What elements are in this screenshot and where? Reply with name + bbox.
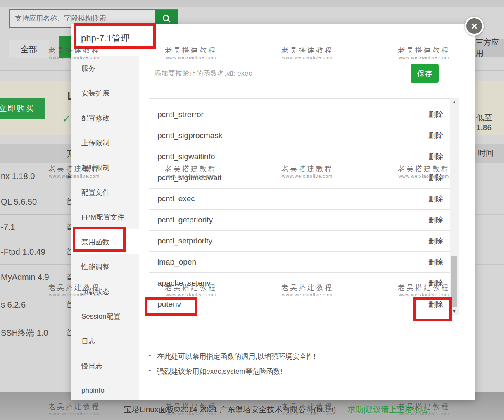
software-row: -Ftpd 1.0.49首 bbox=[0, 239, 71, 265]
software-table-right bbox=[475, 163, 504, 345]
sidebar-item-配置文件[interactable]: 配置文件 bbox=[71, 180, 139, 205]
scrollbar-thumb[interactable] bbox=[451, 256, 457, 307]
software-name-fragment: -7.1 bbox=[1, 222, 15, 231]
function-name: pcntl_sigprocmask bbox=[157, 131, 222, 140]
sidebar-item-Session配置[interactable]: Session配置 bbox=[71, 304, 139, 329]
sidebar-item-上传限制[interactable]: 上传限制 bbox=[71, 130, 139, 155]
function-row: pcntl_setpriority删除 bbox=[149, 231, 450, 252]
function-name: putenv bbox=[157, 300, 181, 309]
function-name: pcntl_exec bbox=[157, 194, 195, 203]
price-fragment: 低至1.86 bbox=[476, 112, 504, 132]
software-name-fragment: SSH终端 1.0 bbox=[1, 327, 48, 338]
function-row: pcntl_sigprocmask删除 bbox=[149, 125, 450, 146]
software-row-right bbox=[475, 215, 504, 239]
software-row: -7.1首 bbox=[0, 215, 71, 239]
function-row: pcntl_getpriority删除 bbox=[149, 210, 450, 231]
software-row: SSH终端 1.0首 bbox=[0, 320, 71, 345]
software-name-fragment: nx 1.18.0 bbox=[1, 171, 35, 181]
software-table: nx 1.18.0首QL 5.6.50首-7.1首-Ftpd 1.0.49首My… bbox=[0, 163, 71, 345]
help-notes: •在此处可以禁用指定函数的调用,以增强环境安全性!•强烈建议禁用如exec,sy… bbox=[149, 352, 316, 382]
delete-link[interactable]: 删除 bbox=[428, 215, 443, 225]
sidebar-item-日志[interactable]: 日志 bbox=[71, 329, 139, 353]
delete-link[interactable]: 删除 bbox=[428, 131, 443, 141]
close-button[interactable]: × bbox=[465, 17, 484, 36]
check-icon: ✓ bbox=[62, 112, 71, 125]
function-row: imap_open删除 bbox=[149, 252, 450, 273]
software-name-fragment: s 6.2.6 bbox=[1, 300, 26, 310]
footer-forum-link[interactable]: 求助|建议请上宝塔论坛 bbox=[347, 405, 428, 414]
function-row: pcntl_exec删除 bbox=[149, 189, 450, 210]
function-name: imap_open bbox=[157, 258, 196, 267]
function-row: pcntl_strerror删除 bbox=[149, 104, 450, 125]
scroll-down-icon[interactable]: ▼ bbox=[450, 309, 459, 314]
sidebar-item-超时限制[interactable]: 超时限制 bbox=[71, 155, 139, 180]
function-row: putenv删除 bbox=[149, 294, 450, 315]
promo-banner-left: 立即购买 L ✓ bbox=[0, 81, 71, 135]
delete-link[interactable]: 删除 bbox=[428, 236, 443, 246]
disabled-functions-panel: 保存 pcntl_strerror删除pcntl_sigprocmask删除pc… bbox=[139, 56, 475, 400]
sidebar-item-负载状态[interactable]: 负载状态 bbox=[71, 279, 139, 304]
software-name-fragment: QL 5.6.50 bbox=[1, 197, 37, 207]
delete-link[interactable]: 删除 bbox=[428, 173, 443, 183]
function-row: pcntl_sigtimedwait删除 bbox=[149, 167, 450, 189]
bullet-icon: • bbox=[149, 352, 151, 359]
sidebar-item-禁用函数[interactable]: 禁用函数 bbox=[71, 229, 139, 254]
software-row: nx 1.18.0首 bbox=[0, 163, 71, 189]
note-text: 强烈建议禁用如exec,system等危险函数! bbox=[157, 367, 282, 376]
sidebar-item-慢日志[interactable]: 慢日志 bbox=[71, 353, 139, 378]
page-top-strip bbox=[0, 0, 504, 7]
note-line: •强烈建议禁用如exec,system等危险函数! bbox=[149, 367, 316, 376]
software-row-right bbox=[475, 289, 504, 320]
software-row-right bbox=[475, 239, 504, 265]
function-name: pcntl_getpriority bbox=[157, 215, 213, 224]
function-name: pcntl_strerror bbox=[157, 110, 204, 119]
sidebar-item-配置修改[interactable]: 配置修改 bbox=[71, 105, 139, 130]
software-row-right bbox=[475, 163, 504, 189]
software-name-fragment: -Ftpd 1.0.49 bbox=[1, 247, 45, 257]
dialog-title: php-7.1管理 bbox=[81, 32, 130, 45]
delete-link[interactable]: 删除 bbox=[428, 110, 443, 119]
software-row-right bbox=[475, 265, 504, 289]
dialog-sidebar: 服务安装扩展配置修改上传限制超时限制配置文件FPM配置文件禁用函数性能调整负载状… bbox=[71, 56, 139, 400]
function-name: pcntl_sigtimedwait bbox=[157, 173, 221, 182]
bullet-icon: • bbox=[149, 367, 151, 374]
add-function-input[interactable] bbox=[149, 64, 404, 83]
list-scrollbar[interactable]: ▲ ▼ bbox=[450, 98, 459, 315]
table-header-right: 时间 bbox=[475, 144, 504, 163]
search-icon bbox=[162, 14, 171, 24]
table-header-left: 无 bbox=[0, 144, 71, 163]
tab-third-party-fragment[interactable]: 三方应用 bbox=[475, 39, 504, 57]
function-row: pcntl_sigwaitinfo删除 bbox=[149, 146, 450, 167]
software-row: MyAdmin 4.9首 bbox=[0, 265, 71, 289]
software-row-right bbox=[475, 189, 504, 215]
delete-link[interactable]: 删除 bbox=[428, 278, 443, 288]
function-row: apache_setenv删除 bbox=[149, 273, 450, 294]
note-text: 在此处可以禁用指定函数的调用,以增强环境安全性! bbox=[157, 352, 315, 361]
sidebar-item-性能调整[interactable]: 性能调整 bbox=[71, 254, 139, 279]
delete-link[interactable]: 删除 bbox=[428, 299, 443, 309]
buy-now-button[interactable]: 立即购买 bbox=[0, 98, 45, 119]
php-manager-dialog: php-7.1管理 服务安装扩展配置修改上传限制超时限制配置文件FPM配置文件禁… bbox=[71, 24, 475, 400]
software-row-right bbox=[475, 320, 504, 345]
tab-all[interactable]: 全部 bbox=[9, 40, 49, 58]
delete-link[interactable]: 删除 bbox=[428, 257, 443, 267]
sidebar-item-安装扩展[interactable]: 安装扩展 bbox=[71, 81, 139, 105]
software-row: s 6.2.6首 bbox=[0, 289, 71, 320]
promo-banner-right: 低至1.86 bbox=[475, 81, 504, 135]
disabled-function-list: pcntl_strerror删除pcntl_sigprocmask删除pcntl… bbox=[149, 98, 450, 315]
sidebar-item-FPM配置文件[interactable]: FPM配置文件 bbox=[71, 205, 139, 229]
note-line: •在此处可以禁用指定函数的调用,以增强环境安全性! bbox=[149, 352, 316, 361]
scroll-up-icon[interactable]: ▲ bbox=[450, 99, 459, 104]
function-name: pcntl_setpriority bbox=[157, 236, 212, 246]
delete-link[interactable]: 删除 bbox=[428, 152, 443, 162]
sidebar-item-phpinfo[interactable]: phpinfo bbox=[71, 378, 139, 400]
delete-link[interactable]: 删除 bbox=[428, 194, 443, 204]
sidebar-item-服务[interactable]: 服务 bbox=[71, 56, 139, 81]
software-row: QL 5.6.50首 bbox=[0, 189, 71, 215]
software-name-fragment: MyAdmin 4.9 bbox=[1, 272, 49, 282]
footer-copyright: 宝塔Linux面板©2014-2021 广东堡塔安全技术有限公司(bt.cn) bbox=[124, 405, 336, 414]
function-name: pcntl_sigwaitinfo bbox=[157, 152, 215, 161]
save-button[interactable]: 保存 bbox=[411, 64, 439, 83]
function-name: apache_setenv bbox=[157, 279, 211, 288]
